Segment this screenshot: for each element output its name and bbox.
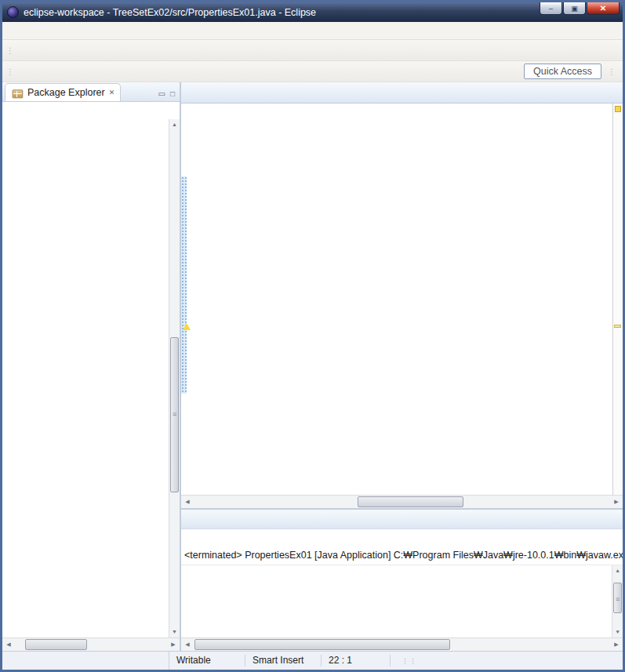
insert-mode-status: Smart Insert: [245, 655, 322, 667]
eclipse-window: eclipse-workspace - TreeSetEx02/src/Prop…: [0, 0, 625, 672]
editor-console-column: ◀ ▶ <terminated> PropertiesEx01 [Java Ap…: [181, 82, 623, 651]
console-tab-bar: [181, 510, 623, 529]
minimize-button[interactable]: ‒: [540, 2, 562, 15]
console-view: <terminated> PropertiesEx01 [Java Applic…: [181, 510, 623, 651]
console-status-line: <terminated> PropertiesEx01 [Java Applic…: [181, 550, 623, 565]
toolbar-grip[interactable]: ⋮: [6, 67, 14, 76]
editor-area: ◀ ▶: [181, 82, 623, 510]
status-bar: Writable Smart Insert 22 : 1 ⋮⋮: [2, 651, 623, 670]
scroll-right-icon[interactable]: ▶: [610, 638, 623, 651]
menu-bar: [2, 22, 623, 40]
package-explorer-header: Package Explorer ✕ ▭ □: [2, 82, 180, 102]
console-horizontal-scrollbar[interactable]: ◀ ▶: [181, 637, 623, 651]
minimize-view-icon[interactable]: ▭: [158, 89, 165, 98]
toolbar-grip[interactable]: ⋮: [608, 67, 616, 76]
package-explorer-tree: ▲ ▼: [2, 119, 180, 637]
writable-status: Writable: [169, 655, 245, 667]
quick-access-box[interactable]: Quick Access: [524, 64, 601, 79]
window-controls: ‒▣✕: [539, 2, 620, 15]
overview-warning-marker[interactable]: [614, 325, 621, 328]
status-bar-grip: ⋮⋮: [402, 657, 417, 665]
scrollbar-thumb[interactable]: [25, 639, 87, 650]
overview-ruler[interactable]: [612, 104, 623, 495]
title-bar: eclipse-workspace - TreeSetEx02/src/Prop…: [2, 2, 623, 22]
scroll-right-icon[interactable]: ▶: [610, 496, 623, 508]
package-explorer-toolbar: [2, 102, 180, 119]
main-toolbar: ⋮: [2, 40, 623, 61]
scroll-left-icon[interactable]: ◀: [181, 496, 194, 508]
workbench-area: Package Explorer ✕ ▭ □ ▲ ▼ ◀ ▶: [2, 82, 623, 651]
scroll-down-icon[interactable]: ▼: [169, 627, 180, 637]
scrollbar-thumb[interactable]: [170, 337, 179, 492]
scrollbar-thumb[interactable]: [194, 639, 451, 650]
package-explorer-icon: [12, 87, 23, 98]
console-toolbar: [181, 529, 623, 550]
scroll-up-icon[interactable]: ▲: [612, 565, 623, 576]
package-explorer-view: Package Explorer ✕ ▭ □ ▲ ▼ ◀ ▶: [2, 82, 181, 651]
scrollbar-thumb[interactable]: [613, 583, 622, 613]
explorer-horizontal-scrollbar[interactable]: ◀ ▶: [2, 637, 180, 651]
scroll-down-icon[interactable]: ▼: [612, 627, 623, 637]
console-output[interactable]: ▲ ▼: [181, 565, 623, 637]
toolbar-grip[interactable]: ⋮: [6, 46, 14, 55]
scroll-left-icon[interactable]: ◀: [181, 638, 194, 651]
restore-button[interactable]: ▣: [563, 2, 586, 15]
caret-position-status: 22 : 1: [322, 655, 391, 667]
overview-warning-icon[interactable]: [615, 106, 621, 112]
code-editor[interactable]: [181, 104, 623, 495]
package-explorer-tab[interactable]: Package Explorer ✕: [5, 83, 121, 101]
editor-tab-bar: [181, 82, 623, 104]
eclipse-logo-icon: [7, 6, 19, 18]
navigation-toolbar: ⋮ Quick Access ⋮: [2, 61, 623, 82]
maximize-view-icon[interactable]: □: [170, 89, 175, 98]
editor-horizontal-scrollbar[interactable]: ◀ ▶: [181, 495, 623, 508]
explorer-vertical-scrollbar[interactable]: ▲ ▼: [169, 119, 180, 637]
range-indicator: [181, 176, 187, 394]
scrollbar-thumb[interactable]: [358, 496, 463, 507]
scroll-up-icon[interactable]: ▲: [169, 119, 180, 130]
close-button[interactable]: ✕: [587, 2, 620, 15]
scroll-left-icon[interactable]: ◀: [2, 638, 15, 651]
package-explorer-title: Package Explorer: [27, 87, 105, 98]
scroll-right-icon[interactable]: ▶: [167, 638, 180, 651]
close-view-icon[interactable]: ✕: [109, 89, 115, 96]
console-vertical-scrollbar[interactable]: ▲ ▼: [612, 565, 623, 637]
status-bar-spacer: [2, 652, 169, 670]
window-title: eclipse-workspace - TreeSetEx02/src/Prop…: [24, 7, 316, 18]
